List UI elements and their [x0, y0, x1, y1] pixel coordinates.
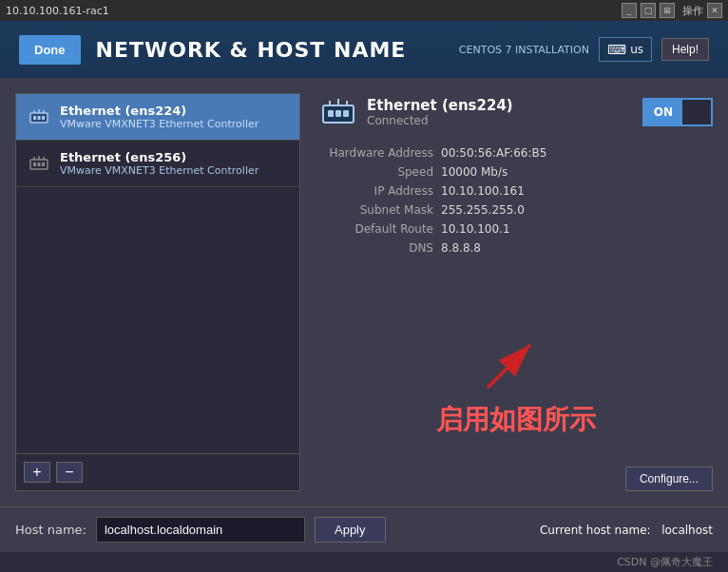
network-list-footer: + −: [16, 453, 299, 490]
detail-network-status: Connected: [367, 114, 513, 127]
svg-line-22: [488, 345, 530, 388]
ethernet-icon-ens224: [28, 105, 50, 128]
header-bar: Done NETWORK & HOST NAME CENTOS 7 INSTAL…: [0, 21, 728, 78]
speed-value: 10000 Mb/s: [441, 165, 508, 179]
dns-value: 8.8.8.8: [441, 241, 481, 255]
network-item-ens256-info: Ethernet (ens256) VMware VMXNET3 Etherne…: [60, 150, 288, 177]
gateway-label: Default Route: [319, 222, 433, 236]
network-item-ens256-name: Ethernet (ens256): [60, 150, 288, 164]
help-button[interactable]: Help!: [661, 38, 709, 61]
maximize-btn[interactable]: □: [641, 3, 656, 18]
network-item-ens224[interactable]: Ethernet (ens224) VMware VMXNET3 Etherne…: [16, 94, 299, 141]
close-btn[interactable]: ✕: [707, 3, 722, 18]
detail-row-ip: IP Address 10.10.100.161: [319, 184, 713, 198]
bottom-bar: Host name: Apply Current host name: loca…: [0, 506, 728, 552]
hardware-value: 00:50:56:AF:66:B5: [441, 146, 546, 160]
hardware-label: Hardware Address: [319, 146, 433, 160]
ip-label: IP Address: [319, 184, 433, 198]
svg-rect-18: [328, 110, 334, 117]
hostname-input[interactable]: [96, 517, 305, 543]
speed-label: Speed: [319, 165, 433, 179]
svg-rect-20: [343, 110, 349, 117]
detail-row-hardware: Hardware Address 00:50:56:AF:66:B5: [319, 146, 713, 160]
subnet-label: Subnet Mask: [319, 203, 433, 217]
header-left: Done NETWORK & HOST NAME: [19, 35, 406, 65]
gateway-value: 10.10.100.1: [441, 222, 510, 236]
fullscreen-btn[interactable]: ⊞: [660, 3, 675, 18]
toggle-on-label: ON: [644, 100, 682, 124]
annotation-text: 启用如图所示: [436, 392, 596, 457]
current-hostname-label: Current host name:: [540, 524, 651, 537]
ethernet-icon-ens256: [28, 152, 50, 175]
detail-row-speed: Speed 10000 Mb/s: [319, 165, 713, 179]
subnet-value: 255.255.255.0: [441, 203, 525, 217]
detail-header-left: Ethernet (ens224) Connected: [319, 93, 513, 131]
detail-ethernet-icon: [319, 93, 357, 131]
network-item-ens224-info: Ethernet (ens224) VMware VMXNET3 Etherne…: [60, 104, 288, 130]
network-toggle[interactable]: ON: [642, 98, 713, 126]
header-right: CENTOS 7 INSTALLATION ⌨ us Help!: [459, 37, 709, 62]
svg-rect-12: [38, 162, 41, 166]
detail-row-gateway: Default Route 10.10.100.1: [319, 222, 713, 236]
current-hostname-value: localhost: [661, 524, 713, 537]
red-arrow-icon: [478, 335, 554, 392]
apply-button[interactable]: Apply: [315, 517, 386, 543]
watermark: CSDN @佩奇大魔王: [0, 552, 728, 572]
ip-value: 10.10.100.161: [441, 184, 525, 198]
detail-row-dns: DNS 8.8.8.8: [319, 241, 713, 255]
network-item-ens224-desc: VMware VMXNET3 Ethernet Controller: [60, 118, 288, 130]
detail-title-group: Ethernet (ens224) Connected: [367, 97, 513, 127]
network-detail-panel: Ethernet (ens224) Connected ON Hardware …: [319, 93, 713, 491]
operations-label: 操作: [682, 4, 703, 18]
keyboard-icon: ⌨: [607, 42, 626, 57]
network-item-ens224-name: Ethernet (ens224): [60, 104, 288, 118]
window-chrome: 10.10.100.161-rac1 _ □ ⊞ 操作 ✕: [0, 0, 728, 21]
svg-rect-19: [335, 110, 341, 117]
detail-header: Ethernet (ens224) Connected ON: [319, 93, 713, 131]
hostname-label: Host name:: [15, 523, 86, 537]
annotation-container: 启用如图所示: [319, 335, 713, 457]
detail-row-subnet: Subnet Mask 255.255.255.0: [319, 203, 713, 217]
remove-network-button[interactable]: −: [56, 462, 83, 483]
network-list-panel: Ethernet (ens224) VMware VMXNET3 Etherne…: [15, 93, 300, 491]
add-network-button[interactable]: +: [24, 462, 50, 483]
configure-btn-container: Configure...: [319, 467, 713, 491]
main-window: Done NETWORK & HOST NAME CENTOS 7 INSTAL…: [0, 21, 728, 572]
lang-code: us: [630, 43, 643, 56]
svg-rect-5: [38, 116, 41, 120]
window-controls: _ □ ⊞ 操作 ✕: [622, 3, 722, 18]
svg-rect-4: [33, 116, 36, 120]
detail-rows: Hardware Address 00:50:56:AF:66:B5 Speed…: [319, 146, 713, 335]
detail-network-name: Ethernet (ens224): [367, 97, 513, 114]
svg-rect-13: [42, 162, 45, 166]
content-area: Ethernet (ens224) VMware VMXNET3 Etherne…: [0, 78, 728, 506]
toggle-off-label: [682, 100, 711, 124]
centos-label: CENTOS 7 INSTALLATION: [459, 44, 589, 56]
network-item-ens256-desc: VMware VMXNET3 Ethernet Controller: [60, 164, 288, 177]
minimize-btn[interactable]: _: [622, 3, 637, 18]
done-button[interactable]: Done: [19, 35, 81, 65]
window-title: 10.10.100.161-rac1: [6, 5, 109, 17]
svg-rect-6: [42, 116, 45, 120]
configure-button[interactable]: Configure...: [625, 467, 713, 491]
current-hostname-display: Current host name: localhost: [540, 524, 713, 537]
network-item-ens256[interactable]: Ethernet (ens256) VMware VMXNET3 Etherne…: [16, 141, 299, 187]
language-selector[interactable]: ⌨ us: [599, 37, 652, 62]
dns-label: DNS: [319, 241, 433, 255]
page-title: NETWORK & HOST NAME: [96, 38, 407, 62]
svg-rect-11: [33, 162, 36, 166]
watermark-text: CSDN @佩奇大魔王: [617, 556, 713, 568]
